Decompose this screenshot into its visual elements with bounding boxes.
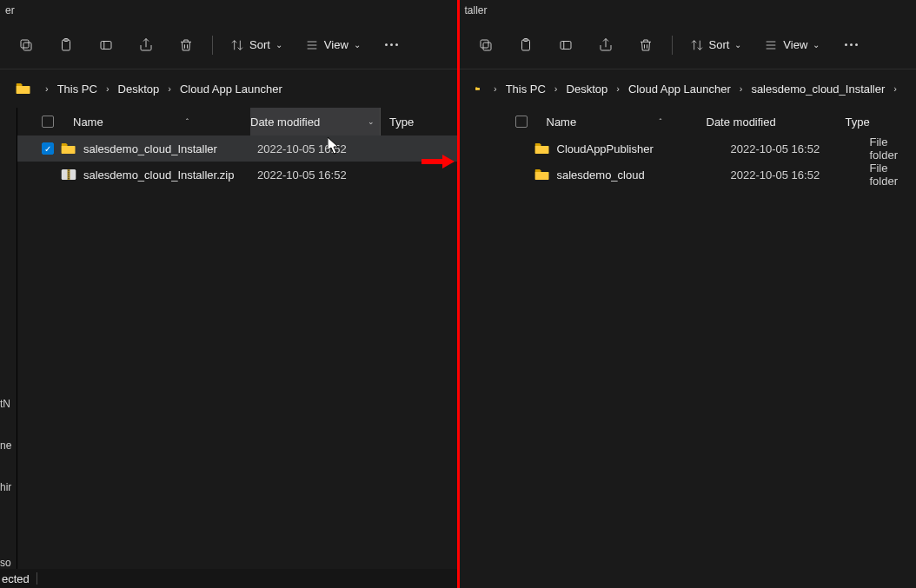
nav-item[interactable] — [0, 193, 17, 197]
breadcrumb-item[interactable]: salesdemo_cloud_Installer — [747, 81, 888, 97]
breadcrumb-item[interactable]: Cloud App Launcher — [176, 81, 286, 97]
breadcrumb-separator: › — [740, 83, 743, 94]
column-label: Date modified — [250, 116, 320, 129]
breadcrumb-separator: › — [494, 83, 497, 94]
toolbar: Sort ⌄ View ⌄ — [460, 21, 917, 69]
nav-item[interactable] — [0, 364, 17, 368]
nav-item[interactable]: tN — [0, 398, 17, 410]
status-text: ected — [2, 572, 30, 585]
file-list: Name ˆ Date modified Type CloudAppPublis… — [491, 108, 917, 588]
rename-button[interactable] — [548, 30, 583, 61]
nav-item[interactable]: hir — [0, 481, 17, 493]
nav-item[interactable]: ne — [0, 439, 17, 452]
view-icon — [305, 38, 319, 52]
annotation-divider — [457, 0, 460, 588]
annotation-arrow-icon — [421, 155, 455, 168]
column-label: Type — [846, 116, 870, 129]
window-title-remnant: er — [0, 0, 457, 21]
file-name: salesdemo_cloud — [557, 168, 731, 182]
breadcrumb-item[interactable]: This PC — [502, 81, 549, 97]
file-row[interactable]: salesdemo_cloud_Installer 2022-10-05 16:… — [17, 135, 457, 162]
view-dropdown[interactable]: View ⌄ — [296, 30, 369, 61]
sort-dropdown[interactable]: Sort ⌄ — [681, 30, 751, 61]
status-divider — [37, 572, 37, 585]
nav-item[interactable] — [0, 523, 17, 527]
chevron-down-icon: ⌄ — [354, 40, 361, 50]
nav-item[interactable] — [0, 125, 17, 129]
sort-icon — [690, 38, 704, 52]
right-explorer-window: taller Sort ⌄ View ⌄ › This PC › — [460, 0, 917, 588]
nav-item[interactable] — [0, 159, 17, 163]
folder-icon — [534, 168, 550, 181]
column-headers: Name ˆ Date modified Type — [491, 108, 917, 135]
breadcrumb-separator: › — [554, 83, 558, 94]
main-area: Name ˆ Date modified Type CloudAppPublis… — [460, 108, 917, 588]
share-button[interactable] — [588, 30, 623, 61]
rename-button[interactable] — [89, 30, 123, 61]
more-button[interactable] — [833, 30, 868, 61]
view-icon — [764, 38, 778, 52]
file-name: salesdemo_cloud_Installer — [83, 142, 257, 155]
folder-icon — [16, 83, 31, 95]
chevron-down-icon: ⌄ — [275, 40, 282, 50]
column-date-modified[interactable]: Date modified ⌄ — [250, 108, 381, 135]
copy-button[interactable] — [49, 30, 83, 61]
nav-item[interactable] — [0, 261, 17, 266]
nav-pane-fragment: tN ne hir so — [0, 108, 17, 569]
nav-item[interactable] — [0, 295, 17, 300]
breadcrumb[interactable]: › This PC › Desktop › Cloud App Launcher — [0, 69, 457, 108]
folder-icon — [475, 83, 480, 95]
cut-button[interactable] — [9, 30, 43, 61]
breadcrumb-item[interactable]: Desktop — [563, 81, 612, 97]
file-row[interactable]: salesdemo_cloud_Installer.zip 2022-10-05… — [17, 162, 457, 188]
main-area: tN ne hir so Name ˆ Date modified ⌄ — [0, 108, 457, 569]
file-type: File folder — [861, 162, 917, 188]
nav-item[interactable]: so — [0, 557, 17, 569]
select-all-checkbox[interactable] — [42, 116, 54, 128]
row-checkbox[interactable] — [42, 142, 54, 155]
nav-item[interactable] — [0, 329, 17, 334]
file-row[interactable]: salesdemo_cloud 2022-10-05 16:52 File fo… — [491, 162, 917, 188]
breadcrumb-separator: › — [893, 83, 897, 94]
chevron-down-icon: ⌄ — [734, 40, 741, 50]
file-row[interactable]: CloudAppPublisher 2022-10-05 16:52 File … — [491, 135, 917, 162]
column-label: Date modified — [707, 116, 776, 129]
column-type[interactable]: Type — [381, 108, 457, 135]
column-headers: Name ˆ Date modified ⌄ Type — [17, 108, 457, 135]
sort-icon — [230, 38, 244, 52]
sort-label: Sort — [249, 38, 270, 51]
column-type[interactable]: Type — [837, 108, 917, 135]
left-explorer-window: er Sort ⌄ View ⌄ › This PC › — [0, 0, 457, 588]
view-dropdown[interactable]: View ⌄ — [755, 30, 828, 61]
column-date-modified[interactable]: Date modified — [707, 108, 837, 135]
breadcrumb-item[interactable]: This PC — [54, 81, 101, 97]
sort-indicator-icon: ˆ — [660, 117, 706, 126]
column-dropdown-icon[interactable]: ⌄ — [362, 117, 380, 126]
delete-button[interactable] — [628, 30, 663, 61]
column-name[interactable]: Name ˆ — [42, 108, 250, 135]
toolbar: Sort ⌄ View ⌄ — [0, 21, 457, 69]
delete-button[interactable] — [169, 30, 203, 61]
cut-button[interactable] — [468, 30, 503, 61]
more-button[interactable] — [375, 30, 409, 61]
cursor-icon — [328, 137, 340, 155]
toolbar-separator — [212, 36, 213, 55]
file-type: File folder — [861, 135, 917, 162]
breadcrumb-item[interactable]: Desktop — [115, 81, 163, 97]
zip-icon — [61, 168, 76, 181]
select-all-checkbox[interactable] — [515, 116, 528, 128]
copy-button[interactable] — [508, 30, 543, 61]
nav-item[interactable] — [0, 228, 17, 232]
sort-label: Sort — [709, 38, 730, 51]
column-name[interactable]: Name ˆ — [515, 108, 707, 135]
view-label: View — [783, 38, 807, 51]
sort-indicator-icon: ˆ — [186, 117, 249, 126]
breadcrumb-item[interactable]: Cloud App Launcher — [625, 81, 734, 97]
breadcrumb-separator: › — [106, 83, 110, 94]
view-label: View — [324, 38, 348, 51]
sort-dropdown[interactable]: Sort ⌄ — [222, 30, 291, 61]
breadcrumb[interactable]: › This PC › Desktop › Cloud App Launcher… — [460, 69, 917, 108]
share-button[interactable] — [129, 30, 163, 61]
file-name: CloudAppPublisher — [557, 142, 731, 155]
file-name: salesdemo_cloud_Installer.zip — [83, 168, 257, 182]
